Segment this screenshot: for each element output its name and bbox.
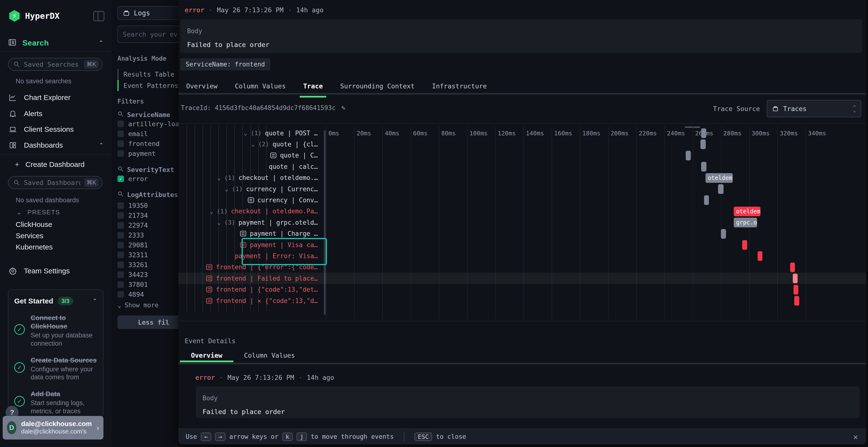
chevron-up-icon[interactable]: ⌃ [98,39,104,47]
span-duration-bar[interactable] [794,285,798,295]
checkbox-unchecked[interactable] [117,271,124,278]
sidebar-item-alerts[interactable]: Alerts [8,110,104,118]
tab-surrounding-context[interactable]: Surrounding Context [340,82,415,91]
checkbox-unchecked[interactable] [117,262,124,268]
span-duration-bar[interactable] [790,263,795,272]
span-duration-bar[interactable] [704,195,709,205]
sidebar-item-team-settings[interactable]: Team Settings [8,267,104,275]
checkbox-unchecked[interactable] [117,281,124,288]
filter-option-error[interactable]: ✓error [117,175,148,182]
filter-option-34423[interactable]: 34423 [117,271,148,278]
span-row-label[interactable]: quote | calc… [179,161,322,172]
event-details-tab-overview[interactable]: Overview [191,352,222,359]
event-details-tab-column-values[interactable]: Column Values [244,352,295,359]
sidebar-item-search[interactable]: Search ⌃ [8,38,104,48]
span-row-label[interactable]: frontend | Failed to place… [179,273,322,284]
checkbox-unchecked[interactable] [117,131,124,137]
checkbox-unchecked[interactable] [117,232,124,238]
span-row-label[interactable]: ⌄(1)currency | Currenc… [179,183,322,195]
span-row-label[interactable]: ⌄(1)checkout | oteldemo.… [179,172,322,183]
span-duration-bar[interactable] [718,184,723,194]
filter-option-21734[interactable]: 21734 [117,212,148,219]
chevron-up-icon[interactable]: ⌃ [99,142,104,148]
show-more-toggle[interactable]: ⌄ Show more [117,302,159,309]
chevron-down-icon[interactable]: ⌄ [210,208,213,215]
filter-option-22974[interactable]: 22974 [117,221,148,229]
checkbox-unchecked[interactable] [117,212,124,219]
filter-option-29081[interactable]: 29081 [117,241,148,249]
service-name-chip[interactable]: ServiceName: frontend [180,58,270,70]
span-row-label[interactable]: ⌄(3)payment | grpc.oteld… [179,217,322,228]
span-duration-bar[interactable]: grpc.o [734,218,757,227]
get-started-item[interactable]: ✓Create Data SourcesConfigure where your… [14,356,97,382]
tab-overview[interactable]: Overview [186,82,217,91]
span-row-label[interactable]: frontend | {"code":13,"det… [179,284,322,295]
trace-source-select[interactable]: Traces ⌃⌄ [767,100,861,117]
waterfall-scrollbar[interactable] [324,130,326,315]
filter-option-4894[interactable]: 4894 [117,291,144,298]
tab-infrastructure[interactable]: Infrastructure [432,82,487,91]
span-duration-bar[interactable] [721,229,726,239]
span-duration-bar[interactable] [794,296,799,306]
sidebar-item-chart-explorer[interactable]: Chart Explorer [8,94,104,102]
filter-option-19350[interactable]: 19350 [117,202,148,209]
checkbox-unchecked[interactable] [117,140,124,147]
span-duration-bar[interactable] [701,128,706,138]
chevron-down-icon[interactable]: ⌄ [217,219,221,226]
sidebar-item-client-sessions[interactable]: Client Sessions [8,125,104,133]
sidebar-item-preset-kubernetes[interactable]: Kubernetes [16,243,53,251]
saved-searches-input[interactable]: Saved Searches ⌘K [8,58,102,71]
filter-option-37801[interactable]: 37801 [117,281,148,288]
less-filters-button[interactable]: Less fil [117,315,179,329]
span-row-label[interactable]: ⌄(1)quote | POST … [179,128,322,139]
span-duration-bar[interactable] [757,251,763,261]
source-select-button[interactable]: Logs [117,6,179,20]
close-icon[interactable]: ✕ [853,432,858,442]
chevron-down-icon[interactable]: ⌄ [225,185,228,193]
filter-option-email[interactable]: email [117,130,148,138]
sidebar-item-preset-services[interactable]: Services [16,232,43,240]
span-duration-bar[interactable]: oteldem [706,173,733,183]
chevron-down-icon[interactable]: ⌄ [244,130,247,137]
event-search-input[interactable]: Search your ev [117,26,179,43]
span-duration-bar[interactable] [686,151,691,161]
logo[interactable]: ⚡ HyperDX [9,10,60,22]
span-row-label[interactable]: ⌄(1)checkout | oteldemo.Pa… [179,206,322,217]
filter-option-2333[interactable]: 2333 [117,232,144,239]
sidebar-item-preset-clickhouse[interactable]: ClickHouse [16,220,52,229]
filter-option-frontend[interactable]: frontend [117,140,160,147]
checkbox-unchecked[interactable] [117,242,124,248]
span-row-label[interactable]: ⌄(2)quote | {cl… [179,138,322,150]
checkbox-unchecked[interactable] [117,150,124,157]
span-duration-bar[interactable] [793,274,798,283]
checkbox-unchecked[interactable] [117,202,124,209]
span-row-label[interactable]: payment | Charge … [179,228,322,239]
edit-pencil-icon[interactable]: ✎ [341,104,345,112]
tab-column-values[interactable]: Column Values [235,82,286,91]
presets-toggle[interactable]: ⌄ PRESETS [17,209,60,216]
checkbox-unchecked[interactable] [117,252,124,258]
chevron-up-icon[interactable]: ⌃ [92,298,97,304]
analysis-mode-event-patterns[interactable]: Event Patterns [117,80,179,91]
timeline-scrollbar-thumb[interactable] [685,127,700,128]
span-duration-bar[interactable] [701,162,707,171]
tab-trace[interactable]: Trace [303,82,322,91]
user-menu[interactable]: D dale@clickhouse.com dale@clickhouse.co… [3,416,103,440]
checkbox-checked[interactable]: ✓ [117,176,124,182]
filter-option-payment[interactable]: payment [117,150,156,157]
span-duration-bar[interactable]: oteldem [734,207,761,216]
filter-option-32311[interactable]: 32311 [117,251,148,259]
get-started-item[interactable]: ✓Connect to ClickHouseSet up your databa… [14,314,97,348]
checkbox-unchecked[interactable] [117,121,124,127]
saved-dashboards-input[interactable]: Saved Dashboards ⌘K [8,176,102,189]
span-row-label[interactable]: currency | Conv… [179,194,322,206]
sidebar-collapse-icon[interactable] [93,11,104,21]
span-duration-bar[interactable] [742,240,747,250]
checkbox-unchecked[interactable] [117,222,124,229]
filter-option-33261[interactable]: 33261 [117,261,148,269]
checkbox-unchecked[interactable] [117,291,124,298]
span-duration-bar[interactable] [701,139,706,149]
chevron-down-icon[interactable]: ⌄ [251,141,255,148]
create-dashboard-button[interactable]: + Create Dashboard [15,161,85,169]
chevron-down-icon[interactable]: ⌄ [217,174,221,181]
